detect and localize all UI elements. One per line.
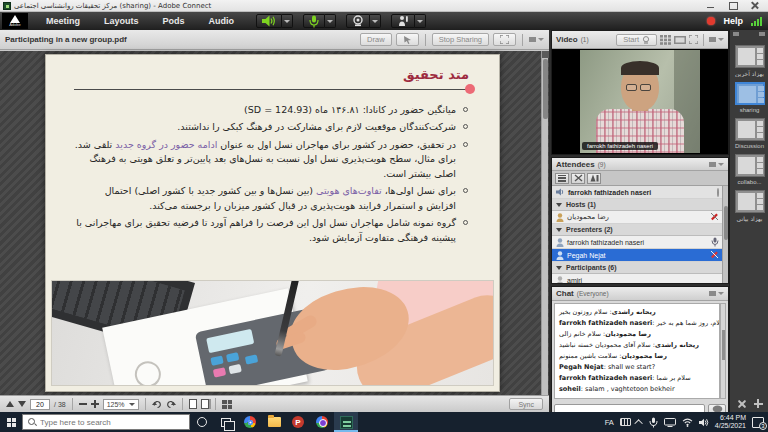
previous-page-button[interactable] (6, 401, 14, 407)
microphone-dropdown[interactable] (325, 14, 336, 28)
filmstrip-view-icon[interactable] (674, 35, 686, 45)
chat-scrollbar[interactable] (720, 303, 726, 399)
meeting-workspace: Participating in a new group.pdf Draw St… (0, 30, 768, 412)
video-pod-menu-button[interactable] (709, 37, 724, 42)
active-speaker-row[interactable]: farrokh fathizadeh naseri (552, 186, 723, 199)
file-explorer-button[interactable] (262, 412, 286, 432)
layout-item[interactable]: Discussion (730, 118, 768, 149)
tray-microphone-icon[interactable] (649, 417, 658, 428)
next-page-button[interactable] (18, 401, 26, 407)
zoom-out-button[interactable] (79, 403, 87, 405)
slide-scrollbar[interactable] (541, 51, 548, 395)
presenter-person-icon (556, 251, 564, 260)
touch-keyboard-icon[interactable] (620, 418, 631, 426)
chrome-profile-button[interactable] (310, 412, 334, 432)
share-pod-menu-button[interactable] (529, 37, 544, 42)
minimize-button[interactable] (707, 2, 715, 9)
page-number-input[interactable]: 20 (30, 399, 50, 410)
taskbar-clock[interactable]: 6:44 PM 4/25/2021 (715, 414, 746, 430)
video-fullscreen-icon[interactable] (689, 35, 698, 44)
undo-icon[interactable] (152, 399, 162, 409)
layout-item[interactable]: بهزاد بیانی (730, 190, 768, 222)
maximize-button[interactable] (729, 2, 737, 9)
attendees-pod-title: Attendees (556, 160, 595, 169)
participants-group-header[interactable]: Participants (6) (552, 262, 723, 274)
task-view-icon (221, 418, 231, 427)
collapse-icon (556, 203, 562, 207)
slide-bullet: شرکت‌کنندگان موقعیت لازم برای مشارکت در … (72, 120, 469, 134)
layout-item-sharing-selected[interactable]: sharing (730, 82, 768, 113)
layouts-close-icon[interactable] (759, 32, 765, 36)
menu-meeting[interactable]: Meeting (34, 16, 92, 26)
menu-bar: Adobe Meeting Layouts Pods Audio (0, 12, 768, 30)
chat-message: farrokh fathizadeh naseriسلام بر شما (559, 373, 715, 384)
webcam-small-icon (642, 36, 650, 44)
shared-document-tab[interactable]: Participating in a new group.pdf (5, 35, 127, 44)
attendee-row[interactable]: amiri (552, 274, 723, 283)
recording-indicator-icon (707, 17, 715, 25)
p-app-button[interactable]: P (286, 412, 310, 432)
pointer-tool-button[interactable] (396, 33, 419, 46)
tray-expand-icon[interactable] (634, 419, 642, 427)
breakout-view-button[interactable] (571, 173, 585, 184)
fullscreen-button[interactable] (493, 33, 516, 46)
volume-icon[interactable] (699, 418, 709, 427)
search-input[interactable] (40, 418, 170, 427)
thumbnail-view-button[interactable] (222, 400, 232, 409)
raise-hand-button[interactable] (391, 14, 415, 28)
zoom-level-select[interactable]: 125% (103, 399, 139, 410)
close-button[interactable] (751, 2, 759, 9)
help-link[interactable]: Help (723, 16, 743, 26)
attendees-pod-menu-button[interactable] (709, 162, 724, 167)
tray-display-icon[interactable] (664, 418, 676, 427)
stop-sharing-button[interactable]: Stop Sharing (432, 33, 489, 46)
attendee-row[interactable]: رضا محمودیان (552, 211, 723, 224)
single-page-view-button[interactable] (189, 399, 197, 409)
zoom-in-button[interactable] (91, 400, 99, 408)
menu-audio[interactable]: Audio (197, 16, 247, 26)
adobe-connect-taskbar-button[interactable] (334, 412, 358, 432)
layouts-menu-icon[interactable] (733, 32, 739, 36)
sync-button[interactable]: Sync (509, 398, 543, 410)
speaker-button[interactable] (256, 14, 282, 28)
hosts-group-header[interactable]: Hosts (1) (552, 199, 723, 211)
slide-title: متد تحقیق (403, 67, 469, 82)
action-center-button[interactable]: 3 (752, 417, 764, 428)
task-view-button[interactable] (214, 412, 238, 432)
language-indicator[interactable]: FA (605, 418, 614, 427)
attendee-status-view-button[interactable] (587, 173, 601, 184)
status-control (391, 14, 426, 28)
attendee-row-selected[interactable]: Pegah Nejat (552, 249, 723, 262)
layout-item[interactable]: collabo... (730, 154, 768, 185)
start-button[interactable] (0, 412, 22, 432)
webcam-button[interactable] (346, 14, 370, 28)
chat-pod-header: Chat (Everyone) (552, 287, 728, 301)
start-webcam-button[interactable]: Start (616, 34, 657, 46)
microphone-button[interactable] (303, 14, 325, 28)
draw-button[interactable]: Draw (360, 33, 392, 46)
chrome-taskbar-button[interactable] (238, 412, 262, 432)
cortana-button[interactable] (190, 412, 214, 432)
menu-pods[interactable]: Pods (151, 16, 197, 26)
slide-bullet-list: میانگین حضور در کانادا: ۱۴۶.۸۱ ماه (SD =… (72, 103, 469, 248)
webcam-dropdown[interactable] (370, 14, 381, 28)
chat-pod-menu-button[interactable] (709, 291, 724, 296)
attendee-row[interactable]: farrokh fathizadeh naseri (552, 236, 723, 249)
attendees-scrollbar[interactable] (722, 186, 728, 283)
wifi-icon[interactable] (682, 418, 693, 427)
presenters-group-header[interactable]: Presenters (2) (552, 224, 723, 236)
attendee-list-view-button[interactable] (555, 173, 569, 184)
status-view-icon (590, 174, 599, 182)
speaker-dropdown[interactable] (282, 14, 293, 28)
add-layout-button[interactable] (754, 399, 763, 408)
layout-tools-icon[interactable] (737, 399, 746, 408)
layout-item[interactable]: بهزاد آخرین (730, 45, 768, 77)
redo-icon[interactable] (166, 399, 176, 409)
menu-layouts[interactable]: Layouts (92, 16, 151, 26)
video-pod-header: Video (1) Start (552, 31, 728, 49)
taskbar-search[interactable] (22, 414, 190, 430)
status-dropdown[interactable] (415, 14, 426, 28)
chat-pod: Chat (Everyone) ریحانه راشدیسلام روزتون … (551, 286, 729, 432)
two-page-view-button[interactable] (201, 399, 209, 409)
grid-view-icon[interactable] (660, 35, 671, 45)
